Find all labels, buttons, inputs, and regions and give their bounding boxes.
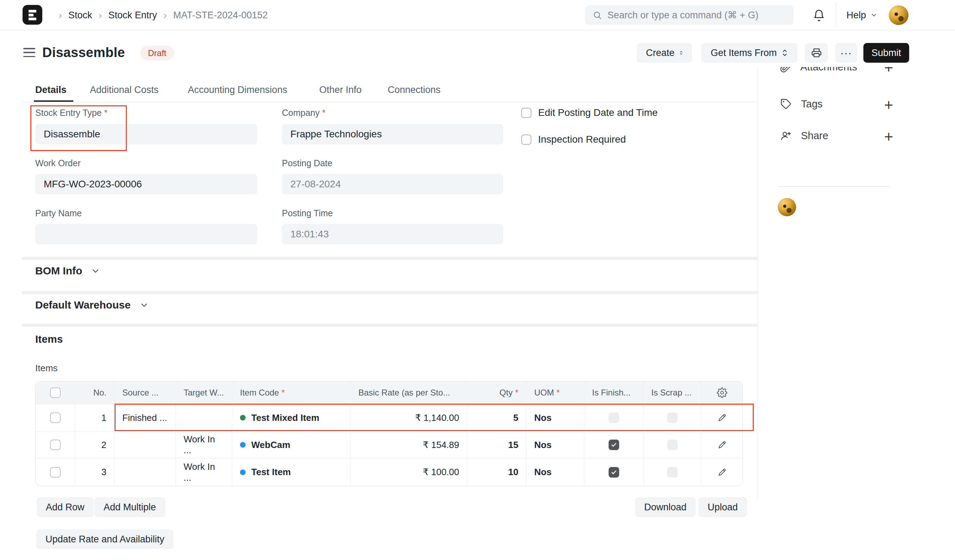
pencil-icon[interactable] (717, 440, 727, 450)
section-default-warehouse[interactable]: Default Warehouse (35, 299, 148, 311)
stock-entry-type-label: Stock Entry Type* (35, 108, 108, 118)
status-badge: Draft (140, 46, 174, 60)
create-button[interactable]: Create (637, 43, 692, 63)
table-row-1-qty[interactable]: 5 (467, 404, 526, 431)
is-scrap-checkbox[interactable] (667, 412, 678, 423)
update-rate-label: Update Rate and Availability (45, 534, 164, 545)
breadcrumb: › Stock › Stock Entry › MAT-STE-2024-001… (52, 0, 268, 30)
sidebar-attachments[interactable]: Attachments (780, 67, 857, 73)
table-row-3-is-finished (584, 459, 643, 486)
add-tag-button[interactable]: + (884, 97, 893, 113)
party-name-label: Party Name (35, 208, 82, 218)
table-row-1-edit (701, 404, 742, 431)
global-search[interactable] (585, 5, 794, 25)
table-row-1-uom[interactable]: Nos (526, 404, 584, 431)
table-row-2-uom[interactable]: Nos (526, 431, 584, 459)
breadcrumb-item-stock-entry[interactable]: Stock Entry (108, 10, 157, 21)
stock-entry-type-field[interactable]: Disassemble (35, 124, 257, 144)
items-field-label: Items (35, 363, 58, 374)
table-row-2-item[interactable]: WebCam (232, 431, 351, 459)
chevron-down-icon (91, 267, 100, 275)
is-scrap-checkbox[interactable] (667, 440, 678, 450)
table-row-3-item[interactable]: Test Item (232, 459, 351, 486)
table-row-2-source[interactable] (114, 431, 176, 459)
is-finished-checkbox[interactable] (609, 440, 619, 450)
get-items-from-button[interactable]: Get Items From (701, 43, 797, 63)
edit-posting-checkbox-row: Edit Posting Date and Time (521, 107, 658, 119)
col-basic-rate: Basic Rate (as per Sto... (351, 381, 467, 404)
edit-posting-label: Edit Posting Date and Time (538, 107, 658, 119)
table-row-3-source[interactable] (114, 459, 176, 486)
is-scrap-checkbox[interactable] (667, 467, 678, 477)
table-row-1-is-finished (584, 404, 643, 431)
table-row-3-target[interactable]: Work In ... (176, 459, 232, 486)
add-row-button[interactable]: Add Row (37, 497, 94, 517)
pencil-icon[interactable] (717, 413, 727, 423)
row-checkbox[interactable] (50, 440, 61, 450)
inspection-required-checkbox[interactable] (521, 134, 531, 145)
work-order-field[interactable]: MFG-WO-2023-00006 (35, 174, 257, 194)
col-is-finished: Is Finish... (584, 381, 643, 404)
posting-time-field[interactable]: 18:01:43 (282, 224, 503, 245)
table-row-1-source[interactable]: Finished ... (114, 404, 176, 431)
submit-button-label: Submit (872, 48, 901, 58)
add-multiple-button[interactable]: Add Multiple (94, 497, 165, 517)
paperclip-icon (780, 67, 791, 73)
table-row-1-target[interactable] (176, 404, 232, 431)
table-row-3-rate[interactable]: ₹ 100.00 (351, 459, 467, 486)
inspection-required-label: Inspection Required (538, 134, 626, 145)
is-finished-checkbox[interactable] (609, 412, 619, 423)
table-row-2-rate[interactable]: ₹ 154.89 (351, 431, 467, 459)
select-all-checkbox[interactable] (50, 387, 61, 398)
more-actions-button[interactable]: ··· (835, 43, 857, 63)
search-input[interactable] (607, 10, 786, 21)
notifications-button[interactable] (813, 9, 825, 23)
app-logo[interactable] (23, 5, 42, 26)
table-row-2-is-finished (584, 431, 643, 459)
stock-entry-type-value: Disassemble (44, 129, 100, 140)
table-row-1-rate[interactable]: ₹ 1,140.00 (351, 404, 467, 431)
table-row-2-qty[interactable]: 15 (467, 431, 526, 459)
select-all-header-cell (36, 381, 75, 404)
sidebar-tags[interactable]: Tags (780, 98, 822, 110)
submit-button[interactable]: Submit (863, 43, 909, 63)
table-row-3-edit (701, 459, 742, 486)
update-rate-button[interactable]: Update Rate and Availability (36, 529, 174, 549)
table-row-1-item[interactable]: Test Mixed Item (232, 404, 351, 431)
row-checkbox[interactable] (50, 467, 61, 477)
gear-icon[interactable] (717, 387, 727, 398)
required-mark: * (556, 388, 560, 398)
tab-connections[interactable]: Connections (388, 84, 440, 95)
add-attachment-button[interactable]: + (884, 67, 893, 75)
posting-date-field[interactable]: 27-08-2024 (282, 174, 503, 194)
table-row-2-target[interactable]: Work In ... (176, 431, 232, 459)
tab-accounting-dimensions[interactable]: Accounting Dimensions (188, 84, 287, 95)
tab-details[interactable]: Details (35, 84, 67, 95)
is-finished-checkbox[interactable] (609, 467, 619, 477)
tab-other-info[interactable]: Other Info (319, 84, 362, 95)
default-warehouse-label: Default Warehouse (35, 299, 131, 311)
breadcrumb-item-stock[interactable]: Stock (68, 10, 92, 21)
print-button[interactable] (805, 43, 828, 63)
user-avatar[interactable] (889, 5, 908, 25)
table-row-1-select (36, 404, 75, 431)
items-section-title: Items (35, 333, 63, 345)
party-name-field[interactable] (35, 224, 257, 245)
sidebar-share[interactable]: Share (780, 129, 828, 142)
pencil-icon[interactable] (717, 467, 727, 477)
section-bom-info[interactable]: BOM Info (35, 265, 100, 277)
download-button[interactable]: Download (635, 497, 696, 517)
tab-additional-costs[interactable]: Additional Costs (90, 84, 158, 95)
edit-posting-checkbox[interactable] (521, 108, 531, 118)
table-row-3-uom[interactable]: Nos (526, 459, 584, 486)
table-row-3-is-scrap (643, 459, 701, 486)
table-row-3-qty[interactable]: 10 (467, 459, 526, 486)
company-field[interactable]: Frappe Technologies (282, 124, 503, 144)
viewer-avatar[interactable] (778, 198, 796, 216)
help-menu[interactable]: Help (847, 0, 877, 30)
share-add-button[interactable]: + (884, 129, 893, 144)
work-order-value: MFG-WO-2023-00006 (44, 179, 142, 190)
row-checkbox[interactable] (50, 412, 61, 423)
upload-button[interactable]: Upload (698, 497, 747, 517)
sidebar-toggle-button[interactable] (23, 48, 35, 57)
